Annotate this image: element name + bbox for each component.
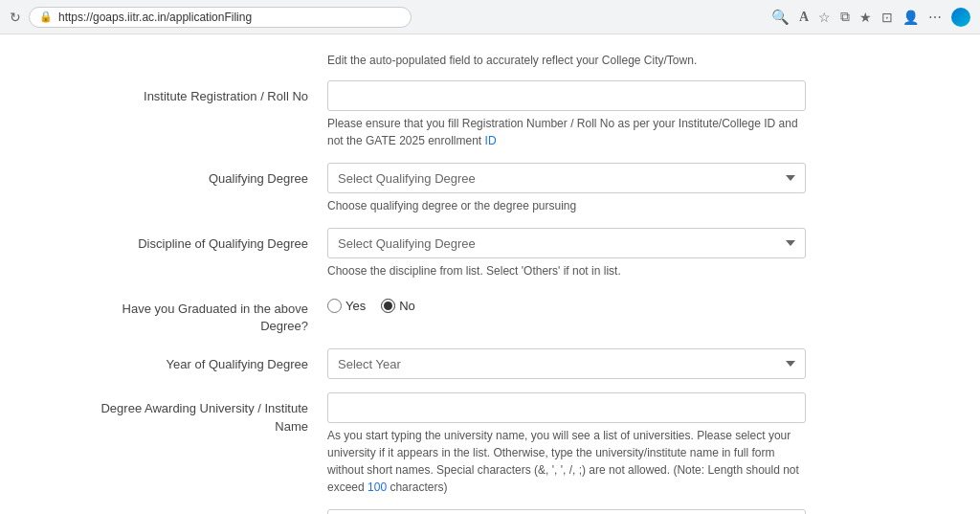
graduated-no-radio[interactable] — [381, 299, 395, 313]
university-row: Degree Awarding University / Institute N… — [78, 392, 902, 496]
qualifying-degree-hint: Choose qualifying degree or the degree p… — [327, 197, 806, 214]
university-label: Degree Awarding University / Institute N… — [78, 392, 327, 435]
qualifying-degree-label: Qualifying Degree — [78, 163, 327, 188]
top-hint: Edit the auto-populated field to accurat… — [59, 54, 921, 67]
search-icon[interactable]: 🔍 — [771, 9, 790, 26]
graduated-row: Have you Graduated in the above Degree? … — [78, 293, 902, 335]
url-text: https://goaps.iitr.ac.in/applicationFili… — [58, 11, 252, 24]
registration-hint: Please ensure that you fill Registration… — [327, 115, 806, 149]
year-wrapper: Select Year — [327, 348, 806, 379]
qualifying-degree-wrapper: Select Qualifying Degree Choose qualifyi… — [327, 163, 806, 214]
year-row: Year of Qualifying Degree Select Year — [78, 348, 902, 379]
graduated-radio-group: Yes No — [327, 293, 806, 313]
qualifying-degree-select[interactable]: Select Qualifying Degree — [327, 163, 806, 193]
profile-icon[interactable]: 👤 — [902, 10, 919, 25]
college-input[interactable] — [327, 509, 806, 514]
refresh-icon[interactable]: ↻ — [10, 10, 21, 25]
registration-row: Institute Registration / Roll No Please … — [78, 80, 902, 149]
qualifying-degree-row: Qualifying Degree Select Qualifying Degr… — [78, 163, 902, 214]
tab-icon[interactable]: ⧉ — [840, 9, 850, 25]
year-select[interactable]: Select Year — [327, 348, 806, 379]
university-hint: As you start typing the university name,… — [327, 427, 806, 496]
favorites-icon[interactable]: ★ — [859, 10, 872, 25]
discipline-select[interactable]: Select Qualifying Degree — [327, 228, 806, 258]
form-section: Institute Registration / Roll No Please … — [59, 80, 921, 514]
read-icon[interactable]: A — [799, 10, 809, 25]
graduated-label: Have you Graduated in the above Degree? — [78, 293, 327, 335]
discipline-hint: Choose the discipline from list. Select … — [327, 262, 806, 279]
year-label: Year of Qualifying Degree — [78, 348, 327, 373]
browser-bar: ↻ 🔒 https://goaps.iitr.ac.in/application… — [0, 0, 980, 34]
registration-label: Institute Registration / Roll No — [78, 80, 327, 105]
university-wrapper: As you start typing the university name,… — [327, 392, 806, 496]
college-wrapper: As you start typing the college name, yo… — [327, 509, 806, 514]
registration-wrapper: Please ensure that you fill Registration… — [327, 80, 806, 149]
bookmark-icon[interactable]: ☆ — [818, 10, 831, 25]
registration-hint-link[interactable]: ID — [485, 134, 497, 147]
collection-icon[interactable]: ⊡ — [881, 10, 893, 25]
address-bar[interactable]: 🔒 https://goaps.iitr.ac.in/applicationFi… — [29, 7, 412, 28]
menu-icon[interactable]: ⋯ — [928, 10, 942, 25]
college-label: College Name — [78, 509, 327, 514]
browser-actions: 🔍 A ☆ ⧉ ★ ⊡ 👤 ⋯ — [771, 8, 970, 27]
discipline-row: Discipline of Qualifying Degree Select Q… — [78, 228, 902, 279]
registration-input[interactable] — [327, 80, 806, 111]
edge-logo — [951, 8, 970, 27]
graduated-yes-radio[interactable] — [327, 299, 342, 313]
college-row: College Name As you start typing the col… — [78, 509, 902, 514]
graduated-yes-label[interactable]: Yes — [327, 299, 366, 313]
graduated-wrapper: Yes No — [327, 293, 806, 313]
page-content: Edit the auto-populated field to accurat… — [0, 34, 980, 514]
lock-icon: 🔒 — [39, 11, 53, 23]
discipline-label: Discipline of Qualifying Degree — [78, 228, 327, 253]
discipline-wrapper: Select Qualifying Degree Choose the disc… — [327, 228, 806, 279]
university-input[interactable] — [327, 392, 806, 423]
graduated-no-label[interactable]: No — [381, 299, 415, 313]
